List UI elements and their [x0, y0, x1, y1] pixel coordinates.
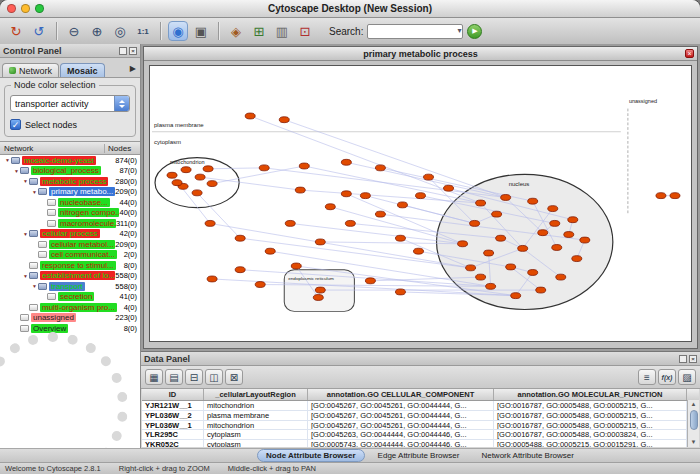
first-neighbors-icon[interactable]: ◉ — [168, 21, 188, 41]
delete-attribute-icon[interactable]: ⊟ — [185, 369, 203, 385]
graph-node[interactable] — [313, 295, 323, 301]
graph-node[interactable] — [538, 230, 548, 236]
table-scrollbar[interactable]: ▲ ▼ — [687, 400, 699, 447]
search-input[interactable]: ▾ — [367, 24, 463, 39]
graph-node[interactable] — [484, 250, 494, 256]
zoom-selected-icon[interactable]: ◎ — [110, 21, 130, 41]
network-frame-titlebar[interactable]: primary metabolic process × — [144, 47, 697, 61]
graph-node[interactable] — [501, 195, 511, 201]
graph-node[interactable] — [552, 245, 562, 251]
graph-node[interactable] — [259, 165, 269, 171]
close-panel-icon[interactable]: × — [129, 47, 137, 55]
graph-node[interactable] — [195, 174, 205, 180]
graph-node[interactable] — [486, 283, 496, 289]
tree-item-cellular-metabol[interactable]: cellular metabol...209(0) — [0, 239, 140, 250]
create-attribute-icon[interactable]: ▤ — [165, 369, 183, 385]
tab-scroll-right-icon[interactable]: ▶ — [130, 64, 138, 73]
column-header-id[interactable]: ID — [142, 389, 204, 400]
scroll-down-icon[interactable]: ▼ — [691, 438, 697, 447]
zoom-window-button[interactable] — [35, 4, 44, 13]
graph-node[interactable] — [466, 265, 476, 271]
graph-node[interactable] — [325, 204, 335, 210]
select-attributes-icon[interactable]: ▦ — [145, 369, 163, 385]
graph-node[interactable] — [492, 211, 502, 217]
graph-node[interactable] — [528, 270, 538, 276]
scrollbar-thumb[interactable] — [690, 410, 698, 430]
tab-node-attribute-browser[interactable]: Node Attribute Browser — [257, 449, 365, 462]
graph-node[interactable] — [395, 289, 405, 295]
zoom-fit-icon[interactable]: 1:1 — [133, 21, 153, 41]
tree-item-nucleobase[interactable]: nucleobase...44(0) — [0, 197, 140, 208]
search-dropdown-icon[interactable]: ▾ — [457, 26, 461, 35]
graph-node[interactable] — [291, 263, 301, 269]
graph-node[interactable] — [279, 117, 289, 123]
table-row[interactable]: YPL036W__2plasma membrane[GO:0045267, GO… — [142, 411, 687, 421]
graph-node[interactable] — [536, 287, 546, 293]
tree-item-establishment-of-lo[interactable]: ▼establishment of lo...558(0) — [0, 271, 140, 282]
graph-node[interactable] — [285, 220, 295, 226]
graph-node[interactable] — [235, 235, 245, 241]
search-go-button[interactable]: ▶ — [467, 24, 482, 39]
graph-node[interactable] — [207, 181, 217, 187]
layout-icon[interactable]: ⊞ — [249, 21, 269, 41]
graph-node[interactable] — [375, 165, 385, 171]
graph-node[interactable] — [315, 287, 325, 293]
snapshot-icon[interactable]: ▣ — [191, 21, 211, 41]
table-row[interactable]: YPL036W__1mitochondrion[GO:0045267, GO:0… — [142, 421, 687, 431]
graph-node[interactable] — [181, 167, 191, 173]
float-panel-icon[interactable] — [119, 47, 127, 55]
graph-node[interactable] — [299, 163, 309, 169]
table-row[interactable]: YKR052Ccytoplasm[GO:0005743, GO:0044444,… — [142, 440, 687, 447]
graph-node[interactable] — [670, 193, 680, 199]
graph-node[interactable] — [295, 187, 305, 193]
expand-arrow-icon[interactable]: ▼ — [4, 157, 11, 163]
graph-node[interactable] — [518, 245, 528, 251]
graph-node[interactable] — [458, 241, 468, 247]
node-color-combobox[interactable]: transporter activity — [10, 95, 130, 112]
tree-item-unassigned[interactable]: unassigned223(0) — [0, 313, 140, 324]
graph-node[interactable] — [375, 211, 385, 217]
graph-node[interactable] — [444, 185, 454, 191]
graph-node[interactable] — [556, 274, 566, 280]
graph-node[interactable] — [172, 180, 182, 186]
tree-item-cellular-process[interactable]: ▼cellular process42(0) — [0, 229, 140, 240]
float-data-panel-icon[interactable] — [679, 355, 687, 363]
tab-network[interactable]: Network — [2, 63, 59, 77]
graph-node[interactable] — [548, 206, 558, 212]
tree-item-biological-process[interactable]: ▼biological_process87(0) — [0, 166, 140, 177]
column-header-molecular-function[interactable]: annotation.GO MOLECULAR_FUNCTION — [494, 389, 687, 400]
mitochondrion-region[interactable] — [155, 158, 239, 208]
tree-item-multi-organism-pro[interactable]: multi-organism pro...4(0) — [0, 302, 140, 313]
graph-node[interactable] — [415, 193, 425, 199]
graph-node[interactable] — [341, 191, 351, 197]
tree-item-metabolic-process[interactable]: ▼metabolic process280(0) — [0, 176, 140, 187]
import-network-icon[interactable]: ▥ — [272, 21, 292, 41]
graph-node[interactable] — [528, 198, 538, 204]
close-data-panel-icon[interactable]: × — [689, 355, 697, 363]
graph-node[interactable] — [476, 274, 486, 280]
select-nodes-checkbox[interactable]: ✓ Select nodes — [10, 119, 130, 130]
tab-edge-attribute-browser[interactable]: Edge Attribute Browser — [369, 449, 469, 462]
column-header-cellular-component[interactable]: annotation.GO CELLULAR_COMPONENT — [308, 389, 494, 400]
graph-node[interactable] — [572, 256, 582, 262]
tree-item-secretion[interactable]: secretion41(0) — [0, 292, 140, 303]
tab-mosaic[interactable]: Mosaic — [60, 63, 105, 77]
graph-node[interactable] — [496, 235, 506, 241]
scroll-up-icon[interactable]: ▲ — [691, 400, 697, 409]
network-frame-close-icon[interactable]: × — [685, 49, 694, 58]
vizmapper-icon[interactable]: ◈ — [226, 21, 246, 41]
tree-item-mosaic-demo-yeast[interactable]: ▼mosaic-demo-yeast874(0) — [0, 155, 140, 166]
graph-node[interactable] — [506, 264, 516, 270]
expand-arrow-icon[interactable]: ▼ — [22, 178, 29, 184]
import-attributes-icon[interactable]: ▨ — [678, 369, 696, 385]
graph-node[interactable] — [470, 220, 480, 226]
checkbox-checked-icon[interactable]: ✓ — [10, 119, 21, 130]
graph-node[interactable] — [395, 235, 405, 241]
graph-node[interactable] — [656, 193, 666, 199]
delete-table-icon[interactable]: ⊠ — [225, 369, 243, 385]
graph-node[interactable] — [245, 113, 255, 119]
minimize-window-button[interactable] — [21, 4, 30, 13]
zoom-out-icon[interactable]: ⊖ — [64, 21, 84, 41]
attribute-batch-icon[interactable]: ≡ — [638, 369, 656, 385]
plugin-icon[interactable]: ⊡ — [295, 21, 315, 41]
